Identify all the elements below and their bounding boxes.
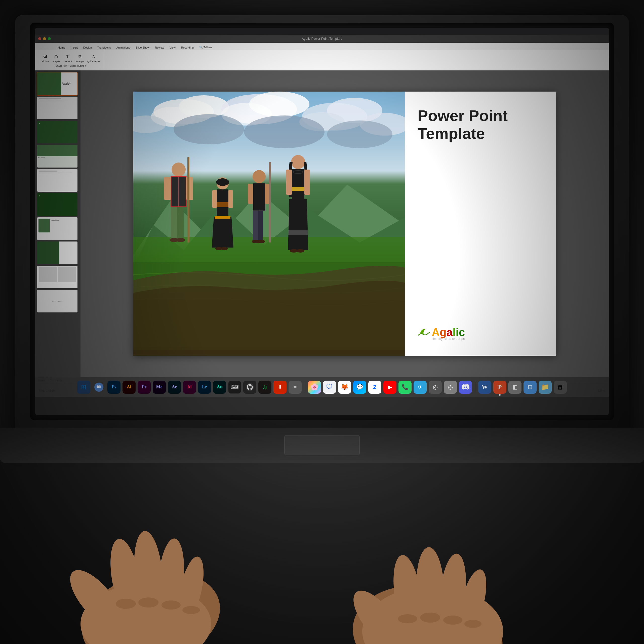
arrange-button[interactable]: ⧉ Arrange bbox=[74, 53, 85, 63]
picture-button[interactable]: 🖼 Picture bbox=[40, 53, 50, 63]
svg-point-74 bbox=[162, 600, 181, 610]
tab-recording[interactable]: Recording bbox=[179, 45, 196, 50]
spotify-icon[interactable]: ♫ bbox=[258, 381, 271, 394]
tab-transitions[interactable]: Transitions bbox=[95, 45, 113, 50]
svg-rect-53 bbox=[291, 187, 306, 191]
finder2-icon[interactable]: ⊞ bbox=[524, 381, 537, 394]
photoshop-icon[interactable]: Ps bbox=[107, 381, 120, 394]
textbox-icon: 𝐓 bbox=[65, 54, 71, 60]
bitwarden-icon[interactable]: 🛡 bbox=[323, 381, 336, 394]
svg-point-81 bbox=[454, 567, 492, 636]
fingerprint-icon[interactable]: ◎ bbox=[444, 381, 457, 394]
word-icon[interactable]: W bbox=[478, 381, 491, 394]
tab-review[interactable]: Review bbox=[152, 45, 167, 50]
slide-thumb-6[interactable]: ◆ bbox=[37, 193, 77, 216]
shapes-button[interactable]: ⬡ Shapes bbox=[51, 53, 62, 63]
slide-thumb-3[interactable]: ● bbox=[37, 121, 77, 143]
dock-separator bbox=[305, 382, 305, 392]
svg-point-41 bbox=[253, 170, 266, 183]
windows-icon[interactable]: ⊞ bbox=[77, 381, 90, 394]
youtube-icon[interactable]: ▶ bbox=[383, 381, 396, 394]
tab-view[interactable]: View bbox=[167, 45, 178, 50]
svg-rect-25 bbox=[186, 177, 193, 200]
svg-marker-35 bbox=[212, 217, 233, 248]
svg-rect-38 bbox=[228, 190, 233, 208]
shape-fill-button[interactable]: Shape Fill ▾ bbox=[55, 64, 68, 67]
slide-thumb-9[interactable] bbox=[37, 266, 77, 288]
slide-thumb-1[interactable]: Power PointTemplate bbox=[37, 72, 77, 95]
telegram-icon[interactable]: ✈ bbox=[414, 381, 427, 394]
unknown1-icon[interactable]: ◎ bbox=[429, 381, 442, 394]
tab-insert[interactable]: Insert bbox=[68, 45, 80, 50]
svg-point-20 bbox=[172, 163, 186, 177]
textbox-button[interactable]: 𝐓 Text Box bbox=[62, 53, 74, 63]
slide-thumb-10[interactable]: Click to edit bbox=[37, 290, 77, 312]
close-button[interactable] bbox=[38, 37, 41, 40]
ribbon: Home Insert Design Transitions Animation… bbox=[35, 43, 609, 70]
tab-home[interactable]: Home bbox=[55, 45, 68, 50]
svg-point-85 bbox=[443, 616, 462, 625]
ribbon-content: 🖼 Picture ⬡ Shapes 𝐓 T bbox=[35, 50, 609, 70]
zalo-icon[interactable]: Z bbox=[368, 381, 381, 394]
calculator-icon[interactable]: = bbox=[289, 381, 302, 394]
svg-rect-24 bbox=[164, 177, 171, 200]
firefox-icon[interactable]: 🦊 bbox=[338, 381, 351, 394]
slide-thumb-8[interactable] bbox=[37, 241, 77, 264]
illustrator-icon[interactable]: Ai bbox=[123, 381, 136, 394]
canvas-area[interactable]: Power Point Template bbox=[81, 70, 609, 377]
laptop-body: Agalic Power Point Template Home Insert … bbox=[15, 15, 629, 443]
tab-design[interactable]: Design bbox=[81, 45, 94, 50]
slide-thumb-2[interactable] bbox=[37, 97, 77, 119]
premiere-icon[interactable]: Pr bbox=[138, 381, 151, 394]
ppt-window: Agalic Power Point Template Home Insert … bbox=[35, 35, 609, 397]
ribbon-tabs: Home Insert Design Transitions Animation… bbox=[35, 43, 609, 50]
main-area: Power PointTemplate bbox=[35, 70, 609, 377]
dock-separator-2 bbox=[475, 382, 475, 392]
preview-icon[interactable]: ◧ bbox=[508, 381, 521, 394]
powerpoint-icon[interactable]: P bbox=[493, 381, 506, 394]
aftereffects-icon[interactable]: Ae bbox=[168, 381, 181, 394]
quickstyles-icon: Ａ bbox=[91, 54, 97, 60]
photos-icon[interactable]: 🌸 bbox=[308, 381, 321, 394]
svg-point-80 bbox=[436, 552, 469, 633]
slide-thumb-7[interactable]: Content area bbox=[37, 217, 77, 240]
github-icon[interactable] bbox=[243, 381, 256, 394]
terminal-icon[interactable]: ⌨ bbox=[228, 381, 241, 394]
quickstyles-button[interactable]: Ａ Quick Styles bbox=[86, 53, 101, 63]
shape-outline-button[interactable]: Shape Outline ▾ bbox=[69, 64, 87, 67]
svg-point-40 bbox=[221, 247, 228, 250]
trash-icon[interactable]: 🗑 bbox=[554, 381, 567, 394]
svg-point-76 bbox=[345, 574, 511, 644]
whatsapp-icon[interactable]: 📞 bbox=[398, 381, 412, 394]
tab-tellme[interactable]: 🔍 Tell me bbox=[197, 45, 215, 50]
tab-animations[interactable]: Animations bbox=[114, 45, 133, 50]
files-icon[interactable]: 📁 bbox=[539, 381, 552, 394]
svg-point-63 bbox=[99, 385, 101, 388]
slide-right-area: Power Point Template bbox=[405, 92, 556, 356]
svg-point-84 bbox=[420, 613, 440, 623]
slide-thumb-4[interactable]: Text content bbox=[37, 145, 77, 168]
audition-icon[interactable]: Au bbox=[213, 381, 226, 394]
slide-panel[interactable]: Power PointTemplate bbox=[35, 70, 81, 377]
slide-title-line1: Power Point bbox=[418, 107, 508, 124]
svg-point-51 bbox=[291, 155, 305, 169]
finder-icon[interactable] bbox=[92, 381, 105, 394]
svg-point-60 bbox=[296, 249, 304, 253]
touchpad[interactable] bbox=[284, 435, 360, 455]
svg-point-68 bbox=[131, 530, 166, 617]
svg-rect-27 bbox=[177, 207, 184, 239]
minimize-button[interactable] bbox=[43, 37, 46, 40]
slide-photo-area bbox=[133, 92, 405, 356]
discord-icon[interactable] bbox=[459, 381, 472, 394]
transmission-icon[interactable]: ⬇ bbox=[273, 381, 287, 394]
svg-rect-48 bbox=[269, 162, 271, 243]
svg-point-72 bbox=[116, 599, 136, 609]
mediaencoder-icon[interactable]: Me bbox=[153, 381, 166, 394]
maximize-button[interactable] bbox=[48, 37, 51, 40]
tab-slideshow[interactable]: Slide Show bbox=[133, 45, 152, 50]
lightroom-icon[interactable]: Lr bbox=[198, 381, 211, 394]
indesign-icon[interactable]: Id bbox=[183, 381, 196, 394]
slide-thumb-5[interactable] bbox=[37, 169, 77, 192]
svg-rect-55 bbox=[288, 230, 308, 235]
messenger-icon[interactable]: 💬 bbox=[353, 381, 366, 394]
